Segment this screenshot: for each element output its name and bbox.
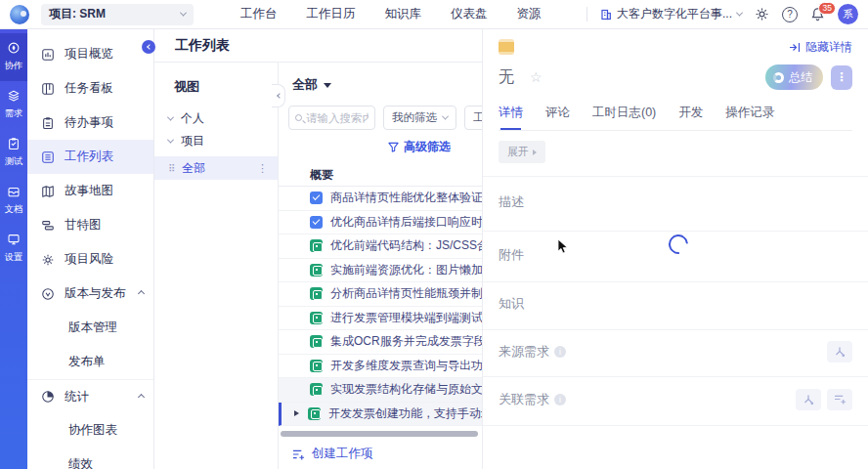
todo-clipboard-icon bbox=[40, 116, 56, 130]
nav-work-calendar[interactable]: 工作日历 bbox=[307, 6, 356, 22]
drag-handle-icon[interactable]: ⠿ bbox=[168, 163, 174, 174]
hide-detail-button[interactable]: 隐藏详情 bbox=[789, 39, 852, 56]
notifications-bell[interactable]: 35 bbox=[810, 7, 825, 21]
advanced-filter-button[interactable]: 高级筛选 bbox=[388, 139, 482, 155]
sidebar-collapse-button[interactable] bbox=[142, 40, 155, 54]
caret-down-icon bbox=[324, 83, 331, 88]
work-item-title: 开发发票创建功能，支持手动录入与电子发票 bbox=[328, 405, 482, 422]
work-item-row[interactable]: 实现发票结构化存储与原始文件加密保存至对 bbox=[279, 378, 482, 403]
map-icon bbox=[40, 185, 56, 198]
section-knowledge: 知识 bbox=[483, 282, 868, 330]
gear-icon[interactable] bbox=[755, 7, 769, 21]
avatar[interactable]: 系 bbox=[838, 4, 858, 24]
sidebar-item-overview[interactable]: 项目概览 bbox=[27, 37, 153, 71]
rail-item-documents[interactable]: 文档 bbox=[0, 177, 27, 225]
project-selector[interactable]: 项目: SRM bbox=[41, 4, 194, 25]
type-filter-button[interactable]: 工作项类型 bbox=[464, 106, 482, 130]
section-label: 来源需求 i bbox=[499, 343, 566, 361]
app-logo[interactable] bbox=[10, 5, 29, 24]
ai-summarize-button[interactable]: 总结 bbox=[765, 64, 823, 90]
link-requirement-button[interactable] bbox=[827, 341, 852, 362]
chevron-up-icon[interactable] bbox=[138, 393, 145, 400]
sidebar-item-task-board[interactable]: 任务看板 bbox=[27, 71, 153, 106]
views-title: 视图 bbox=[154, 78, 278, 96]
rail-item-collaboration[interactable]: 协作 bbox=[0, 33, 27, 81]
list-view-selector[interactable]: 全部 bbox=[279, 63, 482, 94]
sidebar-item-todo[interactable]: 待办事项 bbox=[27, 106, 153, 140]
pie-chart-icon bbox=[40, 390, 56, 404]
expand-fields-button[interactable]: 展开 bbox=[499, 141, 545, 163]
work-item-row[interactable]: 优化前端代码结构：JS/CSS合并拆分与代码分 bbox=[279, 234, 482, 259]
more-icon[interactable]: ⋮ bbox=[257, 162, 268, 175]
task-icon bbox=[310, 312, 323, 324]
my-filter-button[interactable]: 我的筛选 bbox=[383, 106, 456, 130]
expand-caret-icon[interactable] bbox=[294, 410, 299, 416]
horizontal-scrollbar[interactable] bbox=[281, 431, 478, 437]
gantt-icon bbox=[40, 219, 56, 233]
sidebar-item-release-note[interactable]: 发布单 bbox=[27, 345, 153, 379]
relation-icon bbox=[803, 394, 814, 405]
work-item-title: 分析商品详情页性能瓶颈并制定优化方案 bbox=[330, 285, 482, 302]
detail-tabs: 详情 评论 工时日志(0) 开发 操作记录 bbox=[499, 105, 852, 131]
workspace-name: 大客户数字化平台事... bbox=[617, 6, 732, 22]
column-header-summary[interactable]: 概要 bbox=[279, 164, 482, 187]
rail-item-testing[interactable]: 测试 bbox=[0, 129, 27, 177]
create-work-item-button[interactable]: 创建工作项 bbox=[279, 446, 482, 462]
views-collapse-handle[interactable] bbox=[272, 84, 285, 107]
rail-item-settings[interactable]: 设置 bbox=[0, 225, 27, 273]
monitor-icon bbox=[7, 233, 21, 246]
sidebar-item-work-list[interactable]: 工作列表 bbox=[27, 140, 153, 174]
sidebar-item-project-risk[interactable]: 项目风险 bbox=[27, 242, 153, 277]
work-item-row[interactable]: 开发多维度发票查询与导出功能，支持高效检 bbox=[279, 355, 482, 379]
list-icon bbox=[40, 150, 56, 164]
tab-activity[interactable]: 操作记录 bbox=[725, 105, 774, 130]
nav-resources[interactable]: 资源 bbox=[517, 6, 542, 22]
sidebar-item-label: 版本与发布 bbox=[65, 285, 126, 302]
chevron-down-icon bbox=[180, 10, 187, 17]
chevron-up-icon[interactable] bbox=[138, 290, 145, 297]
detail-title: 无 bbox=[499, 67, 514, 88]
tab-detail[interactable]: 详情 bbox=[499, 105, 523, 130]
workspace-selector[interactable]: 大客户数字化平台事... bbox=[600, 6, 742, 22]
tab-comments[interactable]: 评论 bbox=[545, 105, 570, 130]
views-panel: 视图 个人 项目 ⠿ 全部 ⋮ bbox=[154, 63, 279, 469]
search-input[interactable] bbox=[306, 112, 369, 124]
work-item-row[interactable]: 进行发票管理模块端到端测试与性能验证 bbox=[279, 307, 482, 331]
sidebar-item-performance[interactable]: 绩效 bbox=[27, 448, 153, 469]
collapse-right-icon bbox=[789, 42, 801, 53]
work-item-row-selected[interactable]: 开发发票创建功能，支持手动录入与电子发票 bbox=[279, 403, 482, 427]
work-item-row[interactable]: 集成OCR服务并完成发票字段自动解析功能联 bbox=[279, 330, 482, 355]
add-related-item-button[interactable] bbox=[827, 389, 852, 410]
sidebar-item-collab-chart[interactable]: 协作图表 bbox=[27, 413, 153, 448]
tab-development[interactable]: 开发 bbox=[678, 105, 703, 130]
work-item-row[interactable]: 商品详情页性能优化整体验证与上线 bbox=[279, 187, 482, 211]
rail-label: 文档 bbox=[5, 203, 22, 216]
star-icon[interactable]: ☆ bbox=[530, 69, 542, 85]
more-actions-button[interactable]: ⋮ bbox=[831, 65, 852, 90]
help-icon[interactable]: ? bbox=[782, 7, 798, 22]
chevron-down-icon bbox=[736, 10, 743, 17]
views-group-personal[interactable]: 个人 bbox=[154, 107, 278, 130]
link-requirement-button[interactable] bbox=[796, 389, 821, 410]
nav-dashboard[interactable]: 仪表盘 bbox=[451, 6, 488, 22]
sidebar-item-version-release[interactable]: 版本与发布 bbox=[27, 277, 153, 311]
section-label: 关联需求 i bbox=[499, 391, 566, 408]
section-label: 描述 bbox=[499, 193, 524, 211]
views-item-all[interactable]: ⠿ 全部 ⋮ bbox=[154, 156, 278, 180]
nav-wiki[interactable]: 知识库 bbox=[385, 6, 422, 22]
work-item-row[interactable]: 优化商品详情后端接口响应时间并引入Redis缓 bbox=[279, 211, 482, 235]
views-group-project[interactable]: 项目 bbox=[154, 130, 278, 152]
nav-workbench[interactable]: 工作台 bbox=[240, 6, 278, 22]
tab-timelog[interactable]: 工时日志(0) bbox=[592, 105, 656, 130]
sidebar-item-label: 绩效 bbox=[68, 456, 93, 469]
sidebar-item-statistics[interactable]: 统计 bbox=[27, 379, 153, 413]
rail-label: 协作 bbox=[5, 60, 22, 72]
work-item-row[interactable]: 实施前端资源优化：图片懒加载、WebP转换 bbox=[279, 259, 482, 283]
sidebar-item-story-map[interactable]: 故事地图 bbox=[27, 174, 153, 208]
spinner-icon bbox=[773, 72, 784, 83]
rail-item-requirements[interactable]: 需求 bbox=[0, 81, 27, 129]
sidebar-item-gantt[interactable]: 甘特图 bbox=[27, 208, 153, 242]
work-item-row[interactable]: 分析商品详情页性能瓶颈并制定优化方案 bbox=[279, 282, 482, 307]
sidebar-item-version-mgmt[interactable]: 版本管理 bbox=[27, 311, 153, 345]
drawer-icon bbox=[7, 185, 21, 198]
